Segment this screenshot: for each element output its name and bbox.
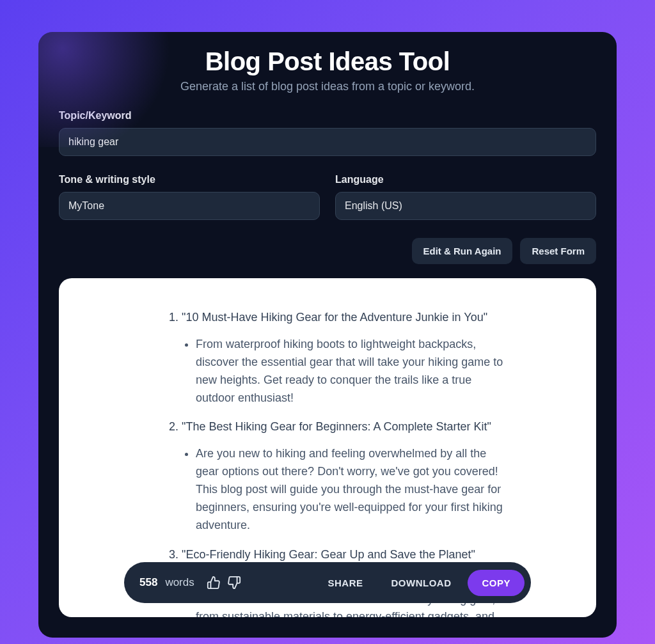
language-field: Language (335, 174, 596, 220)
tone-field: Tone & writing style (59, 174, 320, 220)
output-toolbar: 558 words SHARE DOWNLOAD COPY (124, 562, 531, 603)
idea-title: "10 Must-Have Hiking Gear for the Advent… (182, 311, 487, 324)
output-panel: "10 Must-Have Hiking Gear for the Advent… (59, 278, 596, 617)
share-button[interactable]: SHARE (316, 571, 374, 595)
download-button[interactable]: DOWNLOAD (379, 571, 462, 595)
thumbs-up-icon[interactable] (206, 575, 221, 590)
idea-item: "10 Must-Have Hiking Gear for the Advent… (182, 309, 504, 407)
idea-item: "The Best Hiking Gear for Beginners: A C… (182, 418, 504, 534)
topic-input[interactable] (59, 128, 596, 156)
thumbs-down-icon[interactable] (226, 575, 242, 590)
copy-button[interactable]: COPY (468, 570, 525, 596)
language-label: Language (335, 174, 596, 185)
idea-title: "Eco-Friendly Hiking Gear: Gear Up and S… (182, 548, 475, 561)
word-count-number: 558 (139, 576, 157, 589)
field-row: Tone & writing style Language (59, 174, 596, 220)
idea-description: From waterproof hiking boots to lightwei… (196, 336, 504, 407)
idea-description: Are you new to hiking and feeling overwh… (196, 445, 504, 534)
language-select[interactable] (335, 192, 596, 220)
edit-run-again-button[interactable]: Edit & Run Again (412, 238, 513, 264)
tone-label: Tone & writing style (59, 174, 320, 185)
tone-select[interactable] (59, 192, 320, 220)
page-subtitle: Generate a list of blog post ideas from … (59, 80, 596, 93)
topic-label: Topic/Keyword (59, 110, 596, 122)
tool-card: Blog Post Ideas Tool Generate a list of … (38, 32, 617, 638)
topic-field: Topic/Keyword (59, 110, 596, 156)
page-title: Blog Post Ideas Tool (59, 47, 596, 76)
reset-form-button[interactable]: Reset Form (520, 238, 596, 264)
idea-title: "The Best Hiking Gear for Beginners: A C… (182, 420, 491, 433)
word-count-label: words (165, 576, 194, 589)
form-actions: Edit & Run Again Reset Form (59, 238, 596, 264)
